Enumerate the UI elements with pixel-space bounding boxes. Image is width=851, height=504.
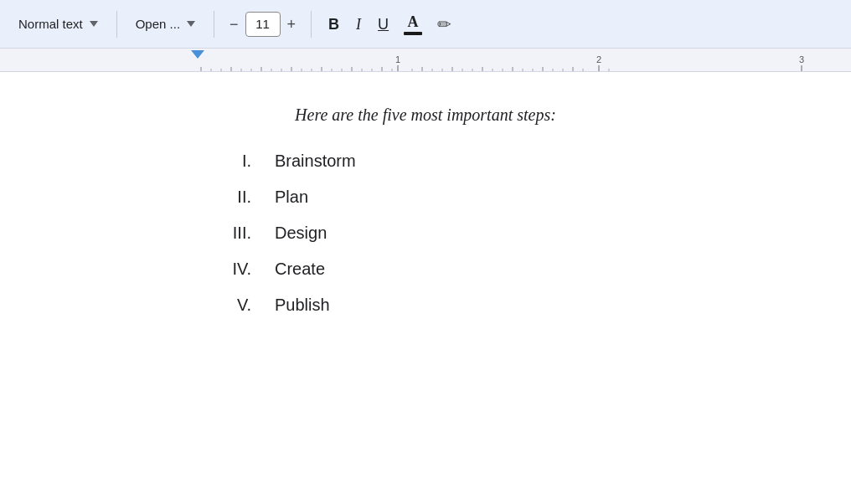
roman-numeral: I. (201, 152, 251, 171)
font-label: Open ... (136, 17, 180, 31)
list-item: I.Brainstorm (201, 152, 784, 171)
list-item-text: Plan (275, 188, 308, 207)
italic-button[interactable]: I (349, 13, 368, 36)
font-dropdown-arrow (187, 21, 195, 27)
font-dropdown[interactable]: Open ... (127, 12, 204, 36)
list-item: III.Design (201, 224, 784, 243)
document-area[interactable]: Here are the five most important steps: … (0, 72, 851, 504)
font-size-decrease[interactable]: − (224, 13, 244, 35)
list-item: IV.Create (201, 260, 784, 279)
font-size-group: − + (224, 12, 301, 37)
style-label: Normal text (18, 17, 83, 31)
ruler: 1 2 3 (0, 49, 851, 72)
roman-numeral: III. (201, 224, 251, 243)
text-color-label: A (408, 13, 419, 31)
list-item-text: Design (275, 224, 327, 243)
toolbar-divider-3 (311, 11, 312, 38)
toolbar: Normal text Open ... − + B I U A ✏ (0, 0, 851, 49)
list-item-text: Brainstorm (275, 152, 356, 171)
style-dropdown-arrow (90, 21, 98, 27)
font-size-input[interactable] (245, 12, 281, 37)
roman-numeral: V. (201, 296, 251, 315)
pencil-button[interactable]: ✏ (431, 10, 458, 39)
text-color-bar (404, 32, 422, 35)
toolbar-divider-2 (214, 11, 214, 38)
svg-text:3: 3 (799, 54, 804, 64)
bold-button[interactable]: B (322, 13, 346, 36)
roman-numeral: IV. (201, 260, 251, 279)
list-item: II.Plan (201, 188, 784, 207)
document-intro: Here are the five most important steps: (67, 105, 784, 125)
underline-button[interactable]: U (371, 13, 395, 36)
indent-marker[interactable] (191, 50, 204, 59)
roman-list: I.BrainstormII.PlanIII.DesignIV.CreateV.… (201, 152, 784, 315)
svg-text:1: 1 (395, 54, 400, 64)
ruler-svg: 1 2 3 (0, 49, 851, 71)
roman-numeral: II. (201, 188, 251, 207)
style-dropdown[interactable]: Normal text (10, 12, 106, 36)
text-color-button[interactable]: A (399, 10, 427, 39)
toolbar-divider-1 (116, 11, 117, 38)
list-item-text: Publish (275, 296, 330, 315)
list-item: V.Publish (201, 296, 784, 315)
font-size-increase[interactable]: + (282, 13, 302, 35)
list-item-text: Create (275, 260, 325, 279)
svg-text:2: 2 (596, 54, 601, 64)
